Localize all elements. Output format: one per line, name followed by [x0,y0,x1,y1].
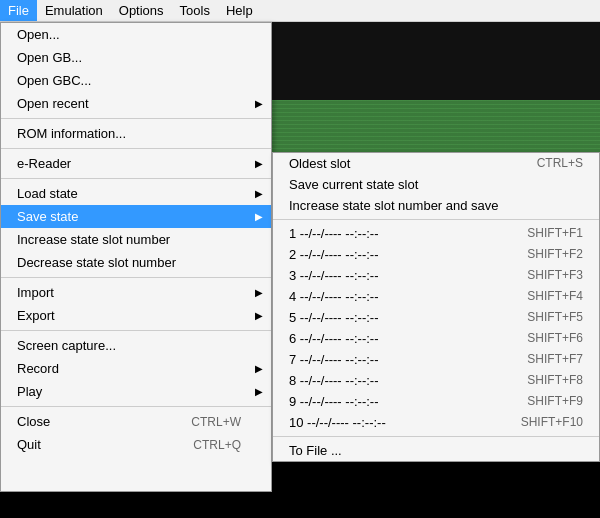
slot-10[interactable]: 10 --/--/---- --:--:-- SHIFT+F10 [273,412,599,433]
menubar: File Emulation Options Tools Help [0,0,600,22]
arrow-icon: ▶ [255,287,263,298]
game-screen-bottom [272,100,600,152]
menu-close[interactable]: Close CTRL+W [1,410,271,433]
menu-open-gb[interactable]: Open GB... [1,46,271,69]
arrow-icon: ▶ [255,310,263,321]
menu-record[interactable]: Record ▶ [1,357,271,380]
menu-open[interactable]: Open... [1,23,271,46]
menu-import[interactable]: Import ▶ [1,281,271,304]
file-menu: Open... Open GB... Open GBC... Open rece… [0,22,272,492]
slot-3[interactable]: 3 --/--/---- --:--:-- SHIFT+F3 [273,265,599,286]
slot-8[interactable]: 8 --/--/---- --:--:-- SHIFT+F8 [273,370,599,391]
game-screen-top [272,22,600,100]
menubar-options[interactable]: Options [111,0,172,21]
menu-save-state[interactable]: Save state ▶ [1,205,271,228]
submenu-increase-save[interactable]: Increase state slot number and save [273,195,599,216]
slot-4[interactable]: 4 --/--/---- --:--:-- SHIFT+F4 [273,286,599,307]
slot-5[interactable]: 5 --/--/---- --:--:-- SHIFT+F5 [273,307,599,328]
menu-open-recent[interactable]: Open recent ▶ [1,92,271,115]
submenu-separator-2 [273,436,599,437]
menu-rom-info[interactable]: ROM information... [1,122,271,145]
menubar-tools[interactable]: Tools [172,0,218,21]
slot-7[interactable]: 7 --/--/---- --:--:-- SHIFT+F7 [273,349,599,370]
menu-load-state[interactable]: Load state ▶ [1,182,271,205]
separator-1 [1,118,271,119]
menu-play[interactable]: Play ▶ [1,380,271,403]
arrow-icon: ▶ [255,98,263,109]
separator-2 [1,148,271,149]
submenu-oldest-slot[interactable]: Oldest slot CTRL+S [273,153,599,174]
menu-export[interactable]: Export ▶ [1,304,271,327]
menubar-emulation[interactable]: Emulation [37,0,111,21]
menu-ereader[interactable]: e-Reader ▶ [1,152,271,175]
save-state-submenu: Oldest slot CTRL+S Save current state sl… [272,152,600,462]
submenu-to-file[interactable]: To File ... [273,440,599,461]
slot-2[interactable]: 2 --/--/---- --:--:-- SHIFT+F2 [273,244,599,265]
pixel-art [272,100,600,152]
submenu-separator-1 [273,219,599,220]
menu-open-gbc[interactable]: Open GBC... [1,69,271,92]
arrow-icon: ▶ [255,363,263,374]
arrow-icon: ▶ [255,386,263,397]
menubar-help[interactable]: Help [218,0,261,21]
menubar-file[interactable]: File [0,0,37,21]
slot-9[interactable]: 9 --/--/---- --:--:-- SHIFT+F9 [273,391,599,412]
menu-screen-capture[interactable]: Screen capture... [1,334,271,357]
arrow-icon: ▶ [255,211,263,222]
menu-quit[interactable]: Quit CTRL+Q [1,433,271,456]
game-screen [272,22,600,152]
slot-1[interactable]: 1 --/--/---- --:--:-- SHIFT+F1 [273,223,599,244]
separator-6 [1,406,271,407]
arrow-icon: ▶ [255,188,263,199]
separator-3 [1,178,271,179]
separator-4 [1,277,271,278]
menu-increase-slot[interactable]: Increase state slot number [1,228,271,251]
dropdown-container: Open... Open GB... Open GBC... Open rece… [0,22,272,492]
slot-6[interactable]: 6 --/--/---- --:--:-- SHIFT+F6 [273,328,599,349]
separator-5 [1,330,271,331]
submenu-save-current[interactable]: Save current state slot [273,174,599,195]
arrow-icon: ▶ [255,158,263,169]
menu-decrease-slot[interactable]: Decrease state slot number [1,251,271,274]
